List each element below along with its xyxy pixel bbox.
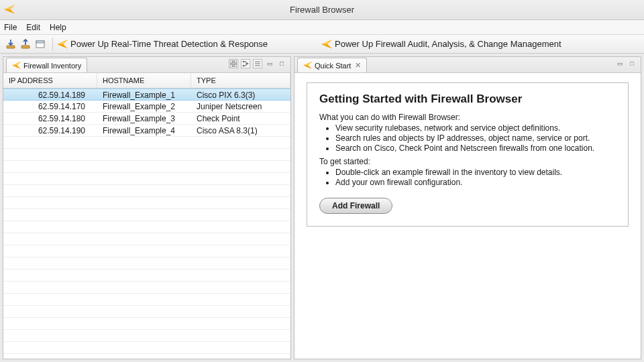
list-item: Search on Cisco, Check Point and Netscre… [335,143,616,153]
list-item: Double-click an example firewall in the … [335,168,616,177]
tab-quick-start[interactable]: Quick Start ✕ [297,58,367,72]
list-item: View security rulebases, network and ser… [335,123,616,133]
empty-row [3,330,290,342]
tab-quick-start-label: Quick Start [315,62,351,70]
empty-row [3,342,290,354]
empty-row [3,185,290,197]
promo-audit-label: Power Up Firewall Audit, Analysis, & Cha… [335,39,561,49]
app-logo-icon [4,5,17,16]
panel-quick-start: Quick Start ✕ ▭ □ Getting Started with F… [294,56,641,359]
empty-row [3,354,290,359]
cell-hostname: Firewall_Example_3 [97,113,191,124]
view-list-icon[interactable] [253,59,262,68]
swish-icon [303,62,312,69]
toolbar-separator [52,38,53,51]
svg-point-10 [247,63,249,65]
view-tree-icon[interactable] [241,59,250,68]
maximize-icon[interactable]: □ [627,59,637,68]
window-icon[interactable] [34,38,47,51]
cell-type: Juniper Netscreen [191,101,290,112]
empty-row [3,197,290,209]
import-icon[interactable] [4,38,17,51]
empty-row [3,173,290,185]
swish-icon [321,40,332,49]
empty-row [3,306,290,318]
col-hostname[interactable]: HOSTNAME [97,73,191,88]
table-row[interactable]: 62.59.14.170Firewall_Example_2Juniper Ne… [3,101,290,113]
tab-firewall-inventory-label: Firewall Inventory [23,62,81,70]
left-tab-actions: ▭ □ [229,59,286,68]
cell-type: Cisco PIX 6.3(3) [191,89,290,100]
quick-start-body: Getting Started with Firewall Browser Wh… [294,73,641,359]
svg-rect-5 [234,60,237,63]
svg-rect-3 [36,41,44,43]
table-row[interactable]: 62.59.14.189Firewall_Example_1Cisco PIX … [3,88,290,101]
empty-row [3,245,290,257]
getting-started-heading: Getting Started with Firewall Browser [319,93,616,106]
promo-threat-detection[interactable]: Power Up Real-Time Threat Detection & Re… [57,39,268,49]
cell-type: Check Point [191,113,290,124]
right-tab-actions: ▭ □ [615,59,637,68]
cell-hostname: Firewall_Example_1 [97,89,191,100]
menu-file[interactable]: File [4,23,17,32]
empty-row [3,318,290,330]
cell-hostname: Firewall_Example_4 [97,125,191,136]
empty-row [3,137,290,149]
promo-threat-label: Power Up Real-Time Threat Detection & Re… [70,39,268,49]
intro-list: View security rulebases, network and ser… [319,123,616,153]
started-list: Double-click an example firewall in the … [319,168,616,187]
window-title: Firewall Browser [290,5,354,15]
cell-ip: 62.59.14.189 [3,89,97,100]
minimize-icon[interactable]: ▭ [615,59,625,68]
table-row[interactable]: 62.59.14.180Firewall_Example_3Check Poin… [3,113,290,125]
swish-icon [12,62,21,69]
inventory-table: IP ADDRESS HOSTNAME TYPE 62.59.14.189Fir… [3,73,290,359]
view-grid-icon[interactable] [229,59,238,68]
empty-row [3,282,290,294]
right-tabbar: Quick Start ✕ ▭ □ [294,57,641,73]
cell-type: Cisco ASA 8.3(1) [191,125,290,136]
empty-row [3,221,290,233]
list-item: Search rules and objects by IP addresses… [335,133,616,143]
close-icon[interactable]: ✕ [355,61,361,70]
svg-rect-4 [230,60,233,63]
svg-point-8 [243,61,245,63]
svg-rect-1 [21,46,30,48]
content-area: Firewall Inventory ▭ □ IP ADDRESS HOSTNA… [0,54,644,362]
col-type[interactable]: TYPE [191,73,290,88]
empty-row [3,294,290,306]
cell-ip: 62.59.14.190 [3,125,97,136]
add-firewall-label: Add Firewall [332,201,380,210]
panel-firewall-inventory: Firewall Inventory ▭ □ IP ADDRESS HOSTNA… [3,56,291,359]
minimize-icon[interactable]: ▭ [265,59,274,68]
started-text: To get started: [319,157,616,166]
intro-text: What you can do with Firewall Browser: [319,113,616,122]
left-tabbar: Firewall Inventory ▭ □ [3,57,290,73]
maximize-icon[interactable]: □ [277,59,286,68]
tab-firewall-inventory[interactable]: Firewall Inventory [6,58,87,72]
add-firewall-button[interactable]: Add Firewall [319,198,392,214]
list-item: Add your own firewall configuration. [335,178,616,187]
menu-edit[interactable]: Edit [26,23,40,32]
menubar: File Edit Help [0,20,644,35]
empty-row [3,209,290,221]
empty-row [3,149,290,161]
export-icon[interactable] [19,38,32,51]
empty-row [3,257,290,269]
promo-audit[interactable]: Power Up Firewall Audit, Analysis, & Cha… [321,39,561,49]
col-ip[interactable]: IP ADDRESS [3,73,97,88]
cell-ip: 62.59.14.180 [3,113,97,124]
table-row[interactable]: 62.59.14.190Firewall_Example_4Cisco ASA … [3,125,290,137]
empty-row [3,269,290,282]
getting-started-card: Getting Started with Firewall Browser Wh… [307,82,629,227]
empty-row [3,233,290,245]
toolbar: Power Up Real-Time Threat Detection & Re… [0,35,644,54]
titlebar: Firewall Browser [0,0,644,20]
svg-rect-7 [234,64,237,67]
cell-hostname: Firewall_Example_2 [97,101,191,112]
cell-ip: 62.59.14.170 [3,101,97,112]
swish-icon [57,40,68,49]
svg-rect-0 [7,46,15,48]
menu-help[interactable]: Help [50,23,66,32]
svg-point-9 [243,65,245,67]
